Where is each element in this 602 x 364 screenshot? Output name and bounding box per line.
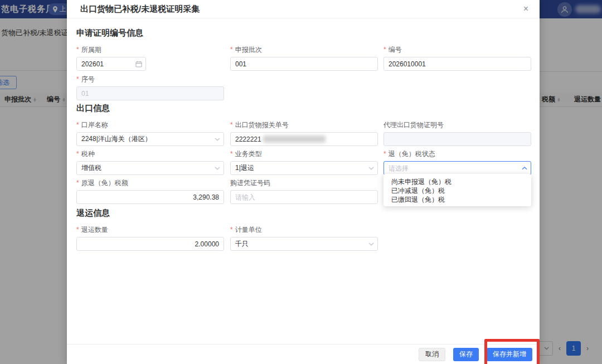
field-label: 退（免）税状态 bbox=[389, 150, 435, 158]
required-asterisk: * bbox=[383, 46, 386, 54]
certificate-collection-modal: 出口货物已补税/未退税证明采集 × 申请证明编号信息 *所属期 *申报批次 *编… bbox=[67, 0, 540, 364]
field-tax-type: *税种 bbox=[76, 149, 224, 175]
modal-footer: 取消 保存 保存并新增 bbox=[67, 344, 540, 364]
field-label: 购进凭证号码 bbox=[230, 179, 270, 187]
chevron-down-icon bbox=[368, 242, 374, 246]
section-title-return: 退运信息 bbox=[76, 208, 110, 219]
section-title-cert-number: 申请证明编号信息 bbox=[76, 28, 143, 38]
field-refund-status: *退（免）税状态 bbox=[383, 149, 531, 175]
field-label: 退运数量 bbox=[81, 226, 108, 234]
chevron-down-icon bbox=[215, 167, 220, 170]
field-label: 序号 bbox=[81, 75, 95, 83]
required-asterisk: * bbox=[76, 46, 79, 54]
modal-title: 出口货物已补税/未退税证明采集 bbox=[80, 4, 200, 14]
port-select[interactable] bbox=[76, 132, 224, 146]
refund-status-select[interactable] bbox=[383, 161, 531, 175]
required-asterisk: * bbox=[76, 179, 79, 187]
required-asterisk: * bbox=[76, 150, 79, 158]
batch-input[interactable] bbox=[230, 57, 378, 71]
seq-input bbox=[76, 86, 224, 100]
field-unit: *计量单位 bbox=[230, 225, 378, 251]
close-icon[interactable]: × bbox=[523, 4, 528, 14]
unit-select[interactable] bbox=[230, 237, 378, 251]
save-button[interactable]: 保存 bbox=[453, 348, 479, 361]
field-label: 业务类型 bbox=[235, 150, 262, 158]
field-batch: *申报批次 bbox=[230, 45, 378, 71]
field-label: 申报批次 bbox=[235, 46, 262, 54]
number-input[interactable] bbox=[383, 57, 531, 71]
field-purchase-voucher: 购进凭证号码 bbox=[230, 178, 378, 204]
modal-header: 出口货物已补税/未退税证明采集 × bbox=[67, 0, 540, 18]
required-asterisk: * bbox=[76, 75, 79, 83]
field-label: 出口货物报关单号 bbox=[235, 121, 289, 129]
field-label: 口岸名称 bbox=[81, 121, 108, 129]
field-agent-cert: 代理出口货物证明号 bbox=[383, 120, 531, 146]
calendar-icon[interactable] bbox=[135, 61, 142, 67]
chevron-down-icon bbox=[215, 138, 220, 141]
field-biz-type: *业务类型 bbox=[230, 149, 378, 175]
field-label: 代理出口货物证明号 bbox=[383, 121, 444, 129]
orig-refund-input[interactable] bbox=[76, 190, 224, 204]
annotation-highlight-box bbox=[484, 339, 540, 364]
field-port: *口岸名称 bbox=[76, 120, 224, 146]
field-label: 所属期 bbox=[81, 46, 101, 54]
field-label: 原退（免）税额 bbox=[81, 179, 128, 187]
field-return-qty: *退运数量 bbox=[76, 225, 224, 251]
required-asterisk: * bbox=[76, 226, 79, 234]
agent-cert-input bbox=[383, 132, 531, 146]
field-orig-refund: *原退（免）税额 bbox=[76, 178, 224, 204]
field-number: *编号 bbox=[383, 45, 531, 71]
dropdown-option[interactable]: 已冲减退（免）税 bbox=[383, 186, 531, 195]
required-asterisk: * bbox=[230, 150, 233, 158]
redacted-value bbox=[263, 135, 326, 143]
required-asterisk: * bbox=[383, 150, 386, 158]
refund-status-dropdown: 尚未申报退（免）税 已冲减退（免）税 已缴回退（免）税 bbox=[383, 174, 531, 206]
return-qty-input[interactable] bbox=[76, 237, 224, 251]
chevron-up-icon bbox=[522, 167, 527, 170]
purchase-voucher-input[interactable] bbox=[230, 190, 378, 204]
cancel-button[interactable]: 取消 bbox=[419, 348, 445, 361]
field-period: *所属期 bbox=[76, 45, 224, 71]
required-asterisk: * bbox=[230, 121, 233, 129]
tax-type-select[interactable] bbox=[76, 161, 224, 175]
field-declaration: *出口货物报关单号 2222221 bbox=[230, 120, 378, 146]
field-label: 计量单位 bbox=[235, 226, 262, 234]
field-label: 税种 bbox=[81, 150, 95, 158]
required-asterisk: * bbox=[230, 226, 233, 234]
chevron-down-icon bbox=[368, 167, 374, 170]
required-asterisk: * bbox=[230, 46, 233, 54]
field-seq: *序号 bbox=[76, 75, 224, 100]
biz-type-select[interactable] bbox=[230, 161, 378, 175]
dropdown-option[interactable]: 已缴回退（免）税 bbox=[383, 195, 531, 203]
declaration-value: 2222221 bbox=[235, 132, 326, 146]
section-title-export: 出口信息 bbox=[76, 103, 110, 114]
required-asterisk: * bbox=[76, 121, 79, 129]
dropdown-option[interactable]: 尚未申报退（免）税 bbox=[383, 177, 531, 186]
field-label: 编号 bbox=[389, 46, 402, 54]
